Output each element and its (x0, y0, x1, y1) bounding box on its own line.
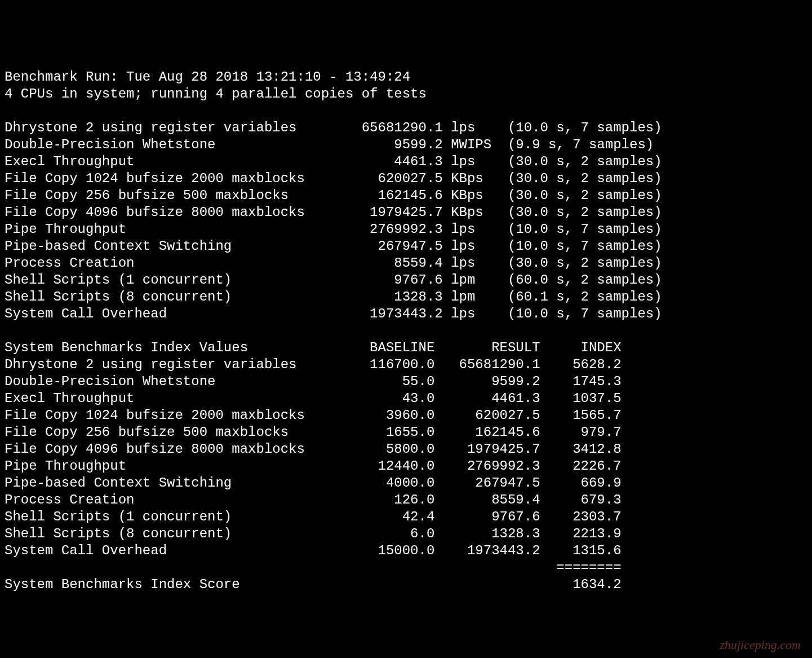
terminal-output: Benchmark Run: Tue Aug 28 2018 13:21:10 … (5, 69, 807, 593)
watermark-text: zhujiceping.com (720, 637, 801, 653)
